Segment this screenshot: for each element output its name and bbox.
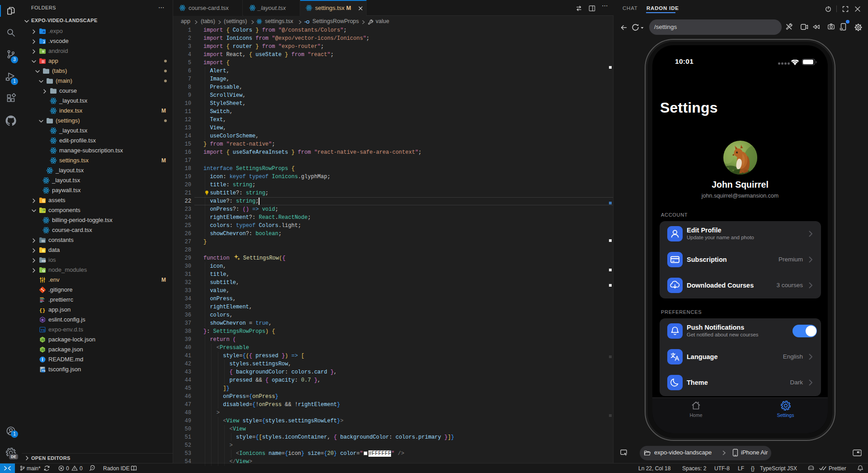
svg-text:JS: JS <box>41 338 45 341</box>
svg-text:JS: JS <box>41 348 45 351</box>
svg-text:TS: TS <box>41 328 45 332</box>
svg-text:iOS: iOS <box>42 260 46 262</box>
svg-text:TS: TS <box>42 369 46 372</box>
svg-text:{}: {} <box>39 308 45 313</box>
